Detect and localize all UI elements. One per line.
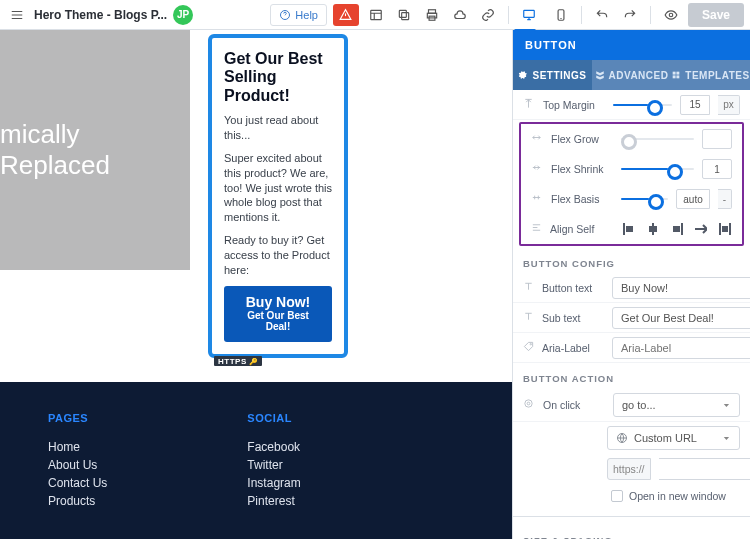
card-paragraph: Super excited about this product? We are… (224, 151, 332, 225)
row-align-self: Align Self (521, 214, 742, 244)
undo-icon[interactable] (591, 4, 613, 26)
svg-rect-15 (626, 226, 633, 232)
slider-flex-basis[interactable] (621, 192, 668, 206)
input-flex-shrink[interactable] (702, 159, 732, 179)
copy-icon[interactable] (393, 4, 415, 26)
label-sub-text: Sub text (542, 312, 604, 324)
label-aria: Aria-Label (542, 342, 604, 354)
select-custom-url[interactable]: Custom URL ▼ (607, 426, 740, 450)
input-aria-label[interactable] (612, 337, 750, 359)
label-new-window: Open in new window (629, 490, 726, 502)
footer-link[interactable]: About Us (48, 458, 107, 472)
redo-icon[interactable] (619, 4, 641, 26)
input-flex-basis[interactable] (676, 189, 710, 209)
cloud-icon[interactable] (449, 4, 471, 26)
section-button-config: BUTTON CONFIG (513, 248, 750, 273)
buy-now-button[interactable]: Buy Now! Get Our BestDeal! (224, 286, 332, 342)
row-flex-basis: Flex Basis - (521, 184, 742, 214)
help-button[interactable]: Help (270, 4, 327, 26)
row-flex-grow: Flex Grow (521, 124, 742, 154)
section-button-action: BUTTON ACTION (513, 363, 750, 388)
svg-point-25 (527, 402, 530, 405)
flex-icon (531, 192, 543, 206)
label-on-click: On click (543, 399, 605, 411)
footer-social-heading: SOCIAL (247, 412, 300, 424)
align-end-icon[interactable] (668, 221, 686, 237)
row-flex-shrink: Flex Shrink (521, 154, 742, 184)
slider-flex-shrink[interactable] (621, 162, 694, 176)
tab-advanced[interactable]: ADVANCED (592, 60, 671, 90)
selected-card[interactable]: Get Our Best Selling Product! You just r… (208, 34, 348, 358)
label-button-text: Button text (542, 282, 604, 294)
slider-flex-grow[interactable] (621, 132, 694, 146)
flex-highlight-box: Flex Grow Flex Shrink Flex Bas (519, 122, 744, 246)
unit-px[interactable]: px (718, 95, 740, 115)
select-on-click[interactable]: go to...▼ (613, 393, 740, 417)
link-icon[interactable] (477, 4, 499, 26)
input-url[interactable] (659, 458, 750, 480)
row-aria-label: Aria-Label (513, 333, 750, 363)
footer-link[interactable]: Pinterest (247, 494, 300, 508)
help-label: Help (295, 9, 318, 21)
row-custom-url: Custom URL ▼ (513, 422, 750, 454)
hero-block: mically Replaced (0, 30, 190, 270)
input-flex-grow[interactable] (702, 129, 732, 149)
input-top-margin[interactable] (680, 95, 710, 115)
footer-link[interactable]: Instagram (247, 476, 300, 490)
align-center-icon[interactable] (644, 221, 662, 237)
row-on-click: On click go to...▼ (513, 388, 750, 422)
slider-top-margin[interactable] (613, 98, 672, 112)
row-new-window: Open in new window (513, 484, 750, 508)
svg-rect-19 (673, 226, 680, 232)
footer-link[interactable]: Facebook (247, 440, 300, 454)
panel-heading: BUTTON (513, 30, 750, 60)
checkbox-new-window[interactable] (611, 490, 623, 502)
canvas-area: mically Replaced Get Our Best Selling Pr… (0, 30, 512, 539)
footer-link[interactable]: Products (48, 494, 107, 508)
svg-rect-7 (524, 10, 535, 17)
footer-link[interactable]: Contact Us (48, 476, 107, 490)
layout-icon[interactable] (365, 4, 387, 26)
print-icon[interactable] (421, 4, 443, 26)
preview-icon[interactable] (660, 4, 682, 26)
alert-icon[interactable] (333, 4, 359, 26)
divider (581, 6, 582, 24)
label-flex-basis: Flex Basis (551, 193, 613, 205)
desktop-icon[interactable] (518, 4, 540, 26)
svg-rect-10 (673, 72, 676, 75)
tab-templates[interactable]: TEMPLATES (671, 60, 750, 90)
svg-rect-13 (677, 75, 680, 78)
avatar[interactable]: JP (173, 5, 193, 25)
row-top-margin: Top Margin px (513, 90, 750, 120)
input-button-text[interactable] (612, 277, 750, 299)
align-stretch-icon[interactable] (692, 221, 710, 237)
menu-icon[interactable] (6, 4, 28, 26)
save-button[interactable]: Save (688, 3, 744, 27)
url-prefix: https:// (607, 458, 651, 480)
svg-rect-20 (719, 223, 721, 235)
mobile-icon[interactable] (550, 4, 572, 26)
footer-link[interactable]: Twitter (247, 458, 300, 472)
footer-link[interactable]: Home (48, 440, 107, 454)
unit-dropdown[interactable]: - (718, 189, 732, 209)
text-icon (523, 311, 534, 325)
top-bar: Hero Theme - Blogs P... JP Help Save (0, 0, 750, 30)
align-baseline-icon[interactable] (716, 221, 734, 237)
svg-point-9 (669, 13, 673, 17)
svg-rect-11 (677, 72, 680, 75)
svg-rect-22 (722, 226, 728, 232)
card-paragraph: You just read about this... (224, 113, 332, 143)
tab-settings[interactable]: SETTINGS (513, 60, 592, 90)
flex-icon (531, 132, 543, 146)
device-tabs (518, 4, 572, 26)
svg-rect-2 (402, 12, 409, 19)
row-button-text: Button text (513, 273, 750, 303)
align-start-icon[interactable] (620, 221, 638, 237)
input-sub-text[interactable] (612, 307, 750, 329)
svg-rect-21 (729, 223, 731, 235)
section-size-spacing: SIZE & SPACING (513, 525, 750, 539)
target-icon (523, 398, 535, 412)
svg-rect-14 (623, 223, 625, 235)
card-paragraph: Ready to buy it? Get access to the Produ… (224, 233, 332, 278)
card-title: Get Our Best Selling Product! (224, 50, 332, 105)
